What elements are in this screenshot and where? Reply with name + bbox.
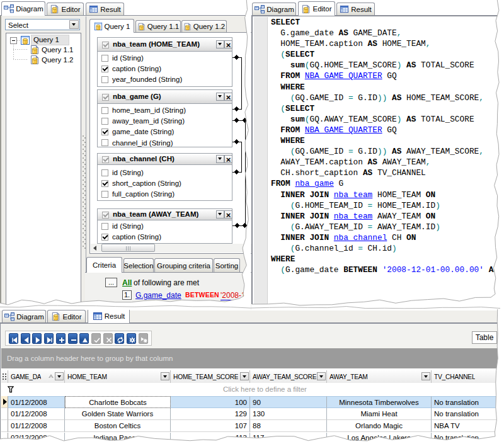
cell-game_da[interactable]: 01/12/2008	[8, 420, 65, 432]
cell-away_team_score[interactable]: 88	[250, 420, 327, 432]
field-checkbox[interactable]	[101, 234, 108, 241]
column-header-home_team_score[interactable]: HOME_TEAM_SCORE	[171, 370, 250, 383]
table-close-button[interactable]: ×	[224, 210, 232, 219]
nav-last-button[interactable]	[44, 333, 54, 344]
filter-row[interactable]: Click here to define a filter	[1, 383, 498, 397]
tab-grouping-criteria[interactable]: Grouping criteria	[154, 258, 213, 272]
table-card[interactable]: nba_team (AWAY_TEAM)×id (String)caption …	[97, 208, 232, 244]
filter-dropdown-button[interactable]	[55, 372, 64, 380]
cell-away_team[interactable]: Miami Heat	[327, 408, 432, 420]
column-header-home_team[interactable]: HOME_TEAM	[65, 370, 171, 383]
table-close-button[interactable]: ×	[224, 40, 232, 48]
cell-game_da[interactable]: 01/12/2008	[8, 408, 65, 420]
cell-game_da[interactable]: 01/12/2008	[8, 396, 65, 408]
group-by-bar[interactable]: Drag a column header here to group by th…	[1, 348, 498, 368]
column-header-away_team_score[interactable]: AWAY_TEAM_SCORE	[250, 370, 327, 383]
field-row[interactable]: id (String)	[98, 221, 232, 232]
field-row[interactable]: short_caption (String)	[98, 178, 232, 189]
cell-home_team[interactable]: Charlotte Bobcats	[65, 396, 171, 408]
tab-diagram[interactable]: Diagram	[252, 3, 296, 15]
table-card[interactable]: nba_team (HOME_TEAM)×id (String)caption …	[97, 37, 232, 87]
field-checkbox[interactable]	[101, 139, 108, 146]
filter-dropdown-button[interactable]	[317, 372, 326, 380]
table-row[interactable]: 01/12/2008Charlotte Bobcats10090Minnesot…	[1, 396, 498, 408]
subtab-query1-1[interactable]: Query 1.1	[135, 20, 181, 32]
subtab-query1[interactable]: Query 1	[89, 19, 134, 33]
table-row[interactable]: 02/12/2008Indiana Pacers113117Los Angele…	[1, 433, 498, 444]
table-card-header[interactable]: nba_channel (CH)×	[98, 154, 232, 165]
field-checkbox[interactable]	[101, 118, 108, 125]
table-checkbox[interactable]	[102, 94, 109, 101]
table-view-button[interactable]: Table	[472, 331, 497, 344]
field-checkbox[interactable]	[101, 223, 108, 230]
cell-home_team_score[interactable]: 100	[171, 396, 250, 408]
nav-cancel-button[interactable]	[103, 333, 113, 344]
field-row[interactable]: caption (String)	[98, 232, 232, 242]
cell-away_team[interactable]: Minnesota Timberwolves	[327, 396, 432, 408]
tab-result[interactable]: Result	[336, 3, 375, 15]
table-card-header[interactable]: nba_game (G)×	[98, 90, 232, 104]
table-close-button[interactable]: ×	[224, 93, 232, 101]
cell-home_team_score[interactable]: 129	[171, 408, 250, 420]
nav-edit-button[interactable]	[79, 333, 89, 344]
field-checkbox[interactable]	[101, 55, 108, 62]
table-dropdown-button[interactable]	[216, 210, 224, 219]
cell-away_team_score[interactable]: 90	[250, 396, 327, 408]
cell-away_team[interactable]: Los Angeles Lakers	[327, 433, 432, 444]
table-card[interactable]: nba_channel (CH)×id (String)short_captio…	[97, 153, 232, 201]
table-checkbox[interactable]	[102, 156, 109, 163]
table-close-button[interactable]: ×	[224, 155, 232, 163]
field-checkbox[interactable]	[101, 180, 108, 187]
field-row[interactable]: full_caption (String)	[98, 189, 232, 200]
field-checkbox[interactable]	[101, 65, 108, 72]
table-row[interactable]: 01/12/2008Golden State Warriors129130Mia…	[1, 408, 498, 420]
table-dropdown-button[interactable]	[216, 93, 224, 101]
tab-diagram[interactable]: Diagram	[2, 310, 46, 322]
tab-diagram[interactable]: Diagram	[1, 1, 45, 16]
tab-criteria[interactable]: Criteria	[86, 257, 122, 273]
field-row[interactable]: away_team_id (String)	[98, 116, 232, 127]
cell-tv_channel[interactable]: No translation	[432, 433, 498, 444]
cell-home_team[interactable]: Golden State Warriors	[65, 408, 171, 420]
table-card-header[interactable]: nba_team (AWAY_TEAM)×	[98, 209, 232, 220]
tab-editor[interactable]: Editor	[47, 310, 86, 322]
cell-home_team[interactable]: Indiana Pacers	[65, 433, 171, 444]
cell-away_team_score[interactable]: 130	[250, 408, 327, 420]
table-card[interactable]: nba_game (G)×home_team_id (String)away_t…	[97, 89, 232, 147]
subtab-query1-2[interactable]: Query 1.2	[181, 20, 227, 32]
cell-tv_channel[interactable]: No translation	[432, 396, 498, 408]
nav-insert-button[interactable]	[56, 333, 66, 344]
cell-tv_channel[interactable]: NBA TV	[432, 420, 498, 432]
nav-fetch-all-button[interactable]	[127, 333, 136, 344]
table-row[interactable]: 01/12/2008Boston Celtics10788Orlando Mag…	[1, 420, 498, 432]
field-row[interactable]: home_team_id (String)	[98, 105, 232, 116]
nav-post-button[interactable]	[91, 333, 101, 344]
field-row[interactable]: game_date (String)	[98, 127, 232, 137]
cell-tv_channel[interactable]: No translation	[432, 408, 498, 420]
table-dropdown-button[interactable]	[216, 155, 224, 163]
field-row[interactable]: year_founded (String)	[98, 74, 232, 85]
field-checkbox[interactable]	[101, 76, 108, 83]
field-row[interactable]: channel_id (String)	[98, 137, 232, 148]
tab-sorting[interactable]: Sorting	[214, 258, 240, 272]
cell-away_team[interactable]: Orlando Magic	[327, 420, 432, 432]
field-checkbox[interactable]	[101, 191, 108, 198]
cell-home_team[interactable]: Boston Celtics	[65, 420, 171, 432]
nav-go-to-new-button[interactable]	[139, 333, 148, 344]
diagram-canvas[interactable]: nba_team (HOME_TEAM)×id (String)caption …	[89, 32, 252, 254]
field-checkbox[interactable]	[101, 128, 108, 135]
table-checkbox[interactable]	[102, 212, 109, 219]
cell-home_team_score[interactable]: 107	[171, 420, 250, 432]
cell-away_team_score[interactable]: 117	[250, 433, 327, 444]
field-row[interactable]: caption (String)	[98, 64, 232, 74]
tab-result[interactable]: Result	[88, 308, 130, 323]
column-header-away_team[interactable]: AWAY_TEAM	[327, 370, 432, 383]
field-checkbox[interactable]	[101, 107, 108, 114]
filter-dropdown-button[interactable]	[161, 372, 169, 380]
filter-dropdown-button[interactable]	[421, 372, 430, 380]
table-card-header[interactable]: nba_team (HOME_TEAM)×	[98, 38, 232, 52]
nav-prior-button[interactable]	[21, 333, 30, 344]
tab-editor[interactable]: Editor	[298, 1, 335, 16]
tab-editor[interactable]: Editor	[47, 3, 84, 15]
column-header-tv_channel[interactable]: TV_CHANNEL	[432, 370, 498, 383]
